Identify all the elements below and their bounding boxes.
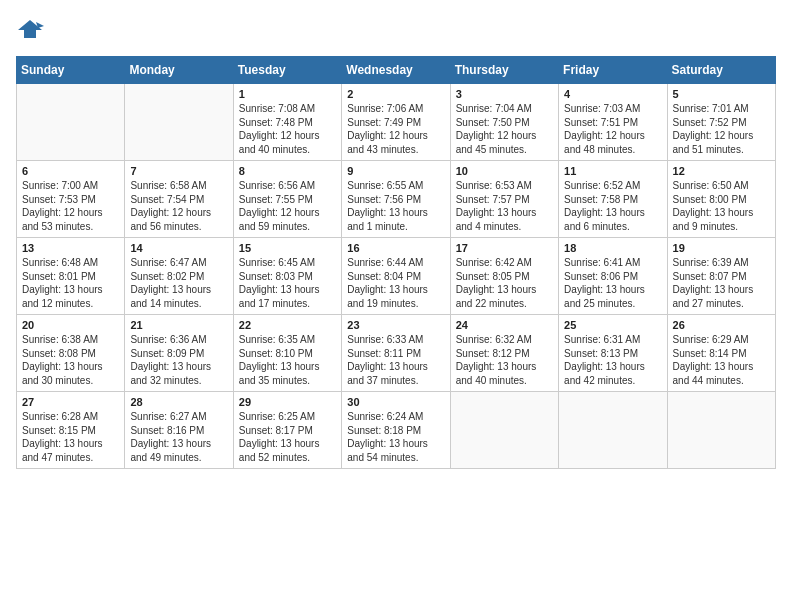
weekday-header-friday: Friday [559, 57, 667, 84]
page-header [16, 16, 776, 44]
calendar-week-5: 27Sunrise: 6:28 AM Sunset: 8:15 PM Dayli… [17, 392, 776, 469]
calendar-cell: 7Sunrise: 6:58 AM Sunset: 7:54 PM Daylig… [125, 161, 233, 238]
day-number: 19 [673, 242, 770, 254]
calendar-cell: 6Sunrise: 7:00 AM Sunset: 7:53 PM Daylig… [17, 161, 125, 238]
calendar-cell: 1Sunrise: 7:08 AM Sunset: 7:48 PM Daylig… [233, 84, 341, 161]
day-number: 24 [456, 319, 553, 331]
day-info: Sunrise: 6:52 AM Sunset: 7:58 PM Dayligh… [564, 179, 661, 233]
day-number: 2 [347, 88, 444, 100]
calendar-cell: 28Sunrise: 6:27 AM Sunset: 8:16 PM Dayli… [125, 392, 233, 469]
day-info: Sunrise: 6:56 AM Sunset: 7:55 PM Dayligh… [239, 179, 336, 233]
weekday-header-monday: Monday [125, 57, 233, 84]
calendar-cell [125, 84, 233, 161]
day-info: Sunrise: 6:55 AM Sunset: 7:56 PM Dayligh… [347, 179, 444, 233]
day-number: 3 [456, 88, 553, 100]
calendar-week-1: 1Sunrise: 7:08 AM Sunset: 7:48 PM Daylig… [17, 84, 776, 161]
day-number: 7 [130, 165, 227, 177]
day-number: 15 [239, 242, 336, 254]
calendar-cell: 3Sunrise: 7:04 AM Sunset: 7:50 PM Daylig… [450, 84, 558, 161]
calendar-cell: 13Sunrise: 6:48 AM Sunset: 8:01 PM Dayli… [17, 238, 125, 315]
day-info: Sunrise: 7:03 AM Sunset: 7:51 PM Dayligh… [564, 102, 661, 156]
svg-marker-0 [18, 20, 42, 38]
calendar-cell: 15Sunrise: 6:45 AM Sunset: 8:03 PM Dayli… [233, 238, 341, 315]
day-info: Sunrise: 6:41 AM Sunset: 8:06 PM Dayligh… [564, 256, 661, 310]
calendar-cell: 16Sunrise: 6:44 AM Sunset: 8:04 PM Dayli… [342, 238, 450, 315]
day-number: 10 [456, 165, 553, 177]
calendar-cell: 4Sunrise: 7:03 AM Sunset: 7:51 PM Daylig… [559, 84, 667, 161]
day-number: 17 [456, 242, 553, 254]
day-info: Sunrise: 7:06 AM Sunset: 7:49 PM Dayligh… [347, 102, 444, 156]
day-info: Sunrise: 6:53 AM Sunset: 7:57 PM Dayligh… [456, 179, 553, 233]
calendar-cell: 8Sunrise: 6:56 AM Sunset: 7:55 PM Daylig… [233, 161, 341, 238]
calendar-cell: 18Sunrise: 6:41 AM Sunset: 8:06 PM Dayli… [559, 238, 667, 315]
weekday-header-sunday: Sunday [17, 57, 125, 84]
day-info: Sunrise: 6:39 AM Sunset: 8:07 PM Dayligh… [673, 256, 770, 310]
day-info: Sunrise: 6:28 AM Sunset: 8:15 PM Dayligh… [22, 410, 119, 464]
calendar-cell: 27Sunrise: 6:28 AM Sunset: 8:15 PM Dayli… [17, 392, 125, 469]
calendar-cell: 30Sunrise: 6:24 AM Sunset: 8:18 PM Dayli… [342, 392, 450, 469]
day-info: Sunrise: 6:42 AM Sunset: 8:05 PM Dayligh… [456, 256, 553, 310]
weekday-header-saturday: Saturday [667, 57, 775, 84]
day-info: Sunrise: 6:38 AM Sunset: 8:08 PM Dayligh… [22, 333, 119, 387]
day-info: Sunrise: 6:47 AM Sunset: 8:02 PM Dayligh… [130, 256, 227, 310]
day-info: Sunrise: 6:27 AM Sunset: 8:16 PM Dayligh… [130, 410, 227, 464]
day-info: Sunrise: 6:29 AM Sunset: 8:14 PM Dayligh… [673, 333, 770, 387]
calendar-cell: 5Sunrise: 7:01 AM Sunset: 7:52 PM Daylig… [667, 84, 775, 161]
calendar-cell: 14Sunrise: 6:47 AM Sunset: 8:02 PM Dayli… [125, 238, 233, 315]
day-info: Sunrise: 6:48 AM Sunset: 8:01 PM Dayligh… [22, 256, 119, 310]
calendar-cell: 22Sunrise: 6:35 AM Sunset: 8:10 PM Dayli… [233, 315, 341, 392]
day-number: 18 [564, 242, 661, 254]
calendar-table: SundayMondayTuesdayWednesdayThursdayFrid… [16, 56, 776, 469]
calendar-cell: 24Sunrise: 6:32 AM Sunset: 8:12 PM Dayli… [450, 315, 558, 392]
calendar-cell: 17Sunrise: 6:42 AM Sunset: 8:05 PM Dayli… [450, 238, 558, 315]
day-number: 1 [239, 88, 336, 100]
calendar-cell [667, 392, 775, 469]
calendar-cell: 21Sunrise: 6:36 AM Sunset: 8:09 PM Dayli… [125, 315, 233, 392]
weekday-header-thursday: Thursday [450, 57, 558, 84]
calendar-cell: 9Sunrise: 6:55 AM Sunset: 7:56 PM Daylig… [342, 161, 450, 238]
calendar-cell: 10Sunrise: 6:53 AM Sunset: 7:57 PM Dayli… [450, 161, 558, 238]
calendar-week-4: 20Sunrise: 6:38 AM Sunset: 8:08 PM Dayli… [17, 315, 776, 392]
calendar-cell: 29Sunrise: 6:25 AM Sunset: 8:17 PM Dayli… [233, 392, 341, 469]
day-info: Sunrise: 7:04 AM Sunset: 7:50 PM Dayligh… [456, 102, 553, 156]
day-number: 20 [22, 319, 119, 331]
calendar-cell: 20Sunrise: 6:38 AM Sunset: 8:08 PM Dayli… [17, 315, 125, 392]
day-number: 21 [130, 319, 227, 331]
day-number: 25 [564, 319, 661, 331]
weekday-header-row: SundayMondayTuesdayWednesdayThursdayFrid… [17, 57, 776, 84]
day-info: Sunrise: 6:31 AM Sunset: 8:13 PM Dayligh… [564, 333, 661, 387]
day-number: 14 [130, 242, 227, 254]
day-number: 29 [239, 396, 336, 408]
day-info: Sunrise: 6:58 AM Sunset: 7:54 PM Dayligh… [130, 179, 227, 233]
day-info: Sunrise: 6:45 AM Sunset: 8:03 PM Dayligh… [239, 256, 336, 310]
day-info: Sunrise: 6:32 AM Sunset: 8:12 PM Dayligh… [456, 333, 553, 387]
calendar-body: 1Sunrise: 7:08 AM Sunset: 7:48 PM Daylig… [17, 84, 776, 469]
calendar-cell: 26Sunrise: 6:29 AM Sunset: 8:14 PM Dayli… [667, 315, 775, 392]
day-info: Sunrise: 7:08 AM Sunset: 7:48 PM Dayligh… [239, 102, 336, 156]
calendar-week-2: 6Sunrise: 7:00 AM Sunset: 7:53 PM Daylig… [17, 161, 776, 238]
day-info: Sunrise: 6:33 AM Sunset: 8:11 PM Dayligh… [347, 333, 444, 387]
calendar-cell: 11Sunrise: 6:52 AM Sunset: 7:58 PM Dayli… [559, 161, 667, 238]
calendar-cell [17, 84, 125, 161]
day-info: Sunrise: 6:25 AM Sunset: 8:17 PM Dayligh… [239, 410, 336, 464]
day-info: Sunrise: 6:44 AM Sunset: 8:04 PM Dayligh… [347, 256, 444, 310]
calendar-cell: 12Sunrise: 6:50 AM Sunset: 8:00 PM Dayli… [667, 161, 775, 238]
day-number: 30 [347, 396, 444, 408]
calendar-cell [450, 392, 558, 469]
day-number: 12 [673, 165, 770, 177]
day-number: 9 [347, 165, 444, 177]
day-info: Sunrise: 6:36 AM Sunset: 8:09 PM Dayligh… [130, 333, 227, 387]
day-number: 13 [22, 242, 119, 254]
calendar-cell: 25Sunrise: 6:31 AM Sunset: 8:13 PM Dayli… [559, 315, 667, 392]
logo [16, 16, 48, 44]
day-number: 5 [673, 88, 770, 100]
calendar-cell: 23Sunrise: 6:33 AM Sunset: 8:11 PM Dayli… [342, 315, 450, 392]
logo-bird-icon [16, 16, 44, 44]
weekday-header-wednesday: Wednesday [342, 57, 450, 84]
day-info: Sunrise: 7:01 AM Sunset: 7:52 PM Dayligh… [673, 102, 770, 156]
day-number: 4 [564, 88, 661, 100]
calendar-week-3: 13Sunrise: 6:48 AM Sunset: 8:01 PM Dayli… [17, 238, 776, 315]
day-number: 28 [130, 396, 227, 408]
day-number: 22 [239, 319, 336, 331]
day-info: Sunrise: 7:00 AM Sunset: 7:53 PM Dayligh… [22, 179, 119, 233]
